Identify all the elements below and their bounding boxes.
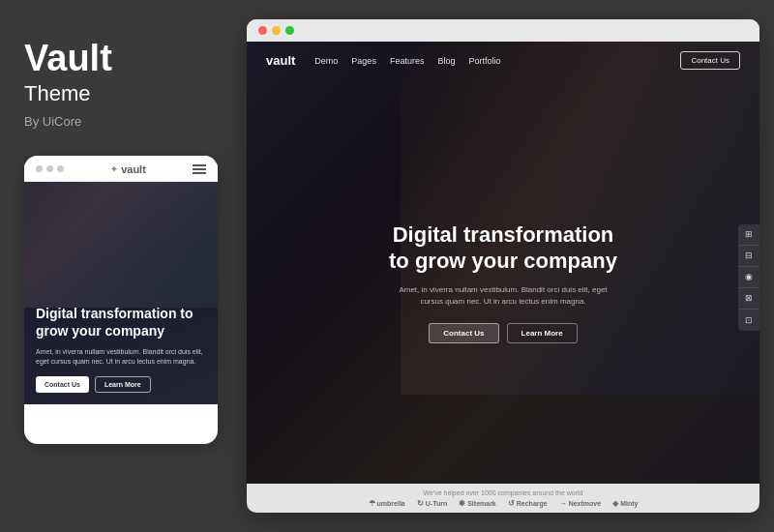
bottom-tagline: We've helped over 1000 companies around …: [261, 489, 745, 496]
uturn-icon: ↻: [417, 499, 424, 508]
mobile-dot-3: [57, 165, 64, 172]
brand-by: By UiCore: [24, 114, 213, 129]
mobile-menu-icon[interactable]: [193, 164, 206, 174]
sidebar-icon-3[interactable]: ◉: [738, 267, 759, 288]
site-logo: vault: [266, 53, 295, 68]
sidebar-icon-4[interactable]: ⊠: [738, 288, 759, 310]
left-panel: Vault Theme By UiCore ✦ vault Dig: [0, 0, 237, 532]
sitemark-icon: ✱: [459, 499, 465, 508]
desktop-dots: [258, 26, 294, 35]
mobile-hero-content: Digital transformation to grow your comp…: [36, 306, 206, 393]
nav-link-demo[interactable]: Demo: [314, 56, 338, 66]
logo-uturn: ↻ U-Turn: [417, 499, 447, 508]
mobile-learn-button[interactable]: Learn More: [95, 376, 151, 393]
sidebar-icons: ⊞ ⊟ ◉ ⊠ ⊡: [738, 224, 759, 331]
nav-link-portfolio[interactable]: Portfolio: [468, 56, 500, 66]
mobile-dot-2: [46, 165, 53, 172]
mobile-dots: [36, 165, 64, 172]
mobile-logo-star: ✦: [110, 164, 118, 174]
umbrella-icon: ☂: [369, 499, 375, 508]
mobile-btn-row: Contact Us Learn More: [36, 376, 206, 393]
hero-title: Digital transformation to grow your comp…: [389, 222, 617, 275]
sidebar-icon-1[interactable]: ⊞: [738, 224, 759, 246]
nav-link-blog[interactable]: Blog: [437, 56, 455, 66]
site-bottom: We've helped over 1000 companies around …: [247, 484, 759, 513]
nav-link-features[interactable]: Features: [390, 56, 425, 66]
hero-content: Digital transformation to grow your comp…: [247, 42, 759, 513]
desktop-mockup: vault Demo Pages Features Blog Portfolio…: [247, 19, 759, 513]
logo-minty: ◈ Minty: [612, 499, 638, 508]
mobile-mockup: ✦ vault Digital transformation to grow y…: [24, 156, 218, 444]
mobile-hero-title: Digital transformation to grow your comp…: [36, 306, 206, 340]
menu-line-2: [193, 168, 206, 170]
mobile-dot-1: [36, 165, 43, 172]
nav-cta-button[interactable]: Contact Us: [680, 51, 740, 70]
right-panel: vault Demo Pages Features Blog Portfolio…: [237, 0, 774, 532]
mobile-topbar: ✦ vault: [24, 156, 218, 182]
site-nav: vault Demo Pages Features Blog Portfolio…: [247, 42, 759, 79]
desktop-website: vault Demo Pages Features Blog Portfolio…: [247, 42, 759, 513]
menu-line-3: [193, 172, 206, 174]
dot-yellow: [272, 26, 281, 35]
hero-contact-button[interactable]: Contact Us: [429, 323, 498, 343]
mobile-hero-desc: Amet, in viverra nullam vestibulum. Blan…: [36, 347, 206, 367]
nav-link-pages[interactable]: Pages: [351, 56, 376, 66]
sidebar-icon-5[interactable]: ⊡: [738, 310, 759, 331]
dot-green: [285, 26, 294, 35]
hero-buttons: Contact Us Learn More: [429, 323, 577, 343]
hero-title-line2: to grow your company: [389, 249, 617, 273]
hero-desc: Amet, in viverra nullam vestibulum. Blan…: [397, 284, 610, 308]
minty-icon: ◈: [612, 499, 618, 508]
mobile-logo: ✦ vault: [110, 163, 146, 175]
brand-subtitle: Theme: [24, 81, 213, 106]
mobile-contact-button[interactable]: Contact Us: [36, 376, 89, 393]
logo-sitemark: ✱ Sitemark: [459, 499, 496, 508]
mobile-hero: Digital transformation to grow your comp…: [24, 182, 218, 404]
logo-nextmove: → Nextmove: [559, 499, 601, 508]
hero-learn-button[interactable]: Learn More: [507, 323, 578, 343]
nextmove-icon: →: [559, 499, 567, 508]
mobile-logo-text: vault: [121, 163, 146, 175]
menu-line-1: [193, 164, 206, 166]
recharge-icon: ↺: [508, 499, 515, 508]
desktop-titlebar: [247, 19, 759, 42]
dot-red: [258, 26, 267, 35]
bottom-logos: ☂ umbrella ↻ U-Turn ✱ Sitemark ↺ Recharg…: [261, 499, 745, 508]
hero-title-line1: Digital transformation: [393, 222, 614, 247]
nav-links: Demo Pages Features Blog Portfolio: [314, 56, 680, 66]
brand-title: Vault: [24, 39, 213, 79]
sidebar-icon-2[interactable]: ⊟: [738, 246, 759, 267]
logo-recharge: ↺ Recharge: [508, 499, 548, 508]
logo-umbrella: ☂ umbrella: [369, 499, 405, 508]
